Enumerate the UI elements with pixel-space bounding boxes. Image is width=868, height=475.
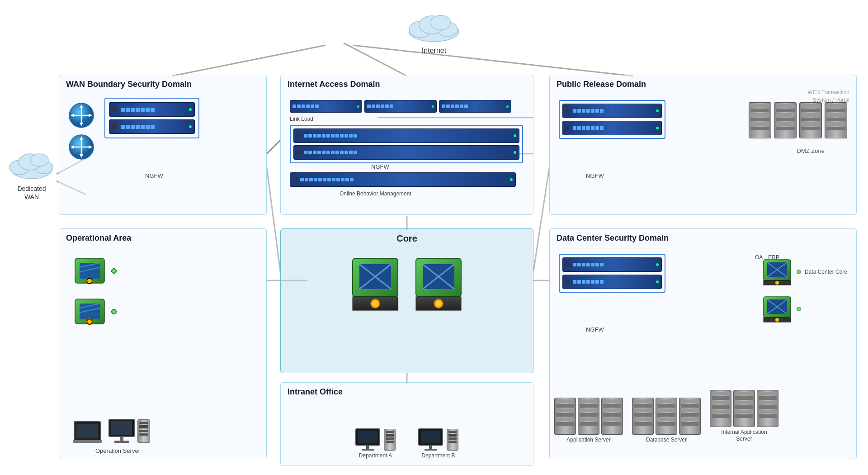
db-server-label: Database Server [646, 437, 687, 443]
svg-line-7 [533, 167, 549, 271]
oa-erp-label: OA、ERP [755, 254, 779, 261]
dedicated-wan-label: DedicatedWAN [5, 185, 59, 201]
core-switch-1 [348, 256, 402, 315]
internet-ngfw-label: NGFW [371, 163, 389, 170]
dc-core-label: Data Center Core [805, 269, 847, 275]
operational-switches [73, 254, 117, 328]
router-1 [68, 102, 94, 130]
core-title: Core [281, 229, 533, 244]
behavior-label: Online Behavior Management [340, 190, 411, 197]
core-switches [348, 256, 466, 315]
wan-boundary-domain: WAN Boundary Security Domain [59, 75, 267, 215]
svg-line-1 [172, 45, 326, 76]
dc-ngfw-box [559, 254, 665, 293]
svg-line-11 [267, 140, 280, 154]
operational-title: Operational Area [59, 229, 266, 245]
intranet-domain: Intranet Office [280, 382, 533, 466]
datacenter-title: Data Center Security Domain [550, 229, 856, 245]
link-load-devices [290, 100, 511, 113]
app-server-label: Application Server [566, 437, 610, 443]
public-ngfw-box [559, 100, 665, 139]
internal-app-label: Internal ApplicationServer [721, 429, 767, 443]
operation-servers [73, 419, 150, 443]
core-switch-2 [411, 256, 466, 315]
behavior-device [290, 172, 516, 187]
wan-ngfw-label: NGFW [145, 172, 163, 179]
svg-point-75 [775, 318, 779, 322]
svg-line-5 [267, 167, 280, 271]
diagram-container: Internet DedicatedWAN WAN Boundary Secur… [0, 0, 868, 475]
operation-server-label: Operation Server [95, 447, 140, 454]
svg-point-63 [436, 301, 441, 306]
internet-label: Internet [405, 47, 463, 55]
dept-a-label: Department A [359, 452, 392, 459]
svg-point-56 [373, 301, 378, 306]
core-domain: Core [280, 228, 533, 373]
dedicated-wan: DedicatedWAN [5, 149, 59, 201]
dept-b-label: Department B [421, 452, 455, 459]
link-load-label: Link Load [290, 116, 313, 122]
svg-line-0 [344, 43, 407, 76]
internet-ngfw-box [290, 125, 523, 163]
svg-line-2 [353, 45, 633, 76]
public-ngfw-label: NGFW [586, 172, 604, 179]
svg-point-43 [87, 279, 92, 283]
operational-domain: Operational Area [59, 228, 267, 459]
intranet-departments: Department A [355, 428, 458, 459]
dc-ngfw-label: NGFW [586, 326, 604, 333]
public-release-domain: Public Release Domain WEB TransactionSys… [549, 75, 857, 215]
svg-point-69 [775, 281, 779, 285]
dmz-label: DMZ Zone [797, 147, 825, 154]
internet-cloud: Internet [405, 9, 463, 55]
svg-point-23 [30, 154, 48, 166]
dmz-servers [749, 102, 847, 138]
internet-access-title: Internet Access Domain [281, 75, 533, 91]
router-2 [68, 134, 94, 162]
dc-servers-bottom: Application Server [554, 390, 778, 443]
wan-boundary-title: WAN Boundary Security Domain [59, 75, 266, 91]
intranet-title: Intranet Office [281, 383, 533, 399]
web-trans-label: WEB TransactionSystem / Portal [807, 89, 849, 104]
dc-core-switches: Data Center Core [761, 256, 847, 325]
datacenter-domain: Data Center Security Domain [549, 228, 857, 459]
wan-ngfw-box [104, 98, 199, 138]
svg-point-18 [431, 15, 451, 30]
internet-access-domain: Internet Access Domain [280, 75, 533, 215]
svg-point-49 [87, 319, 92, 324]
